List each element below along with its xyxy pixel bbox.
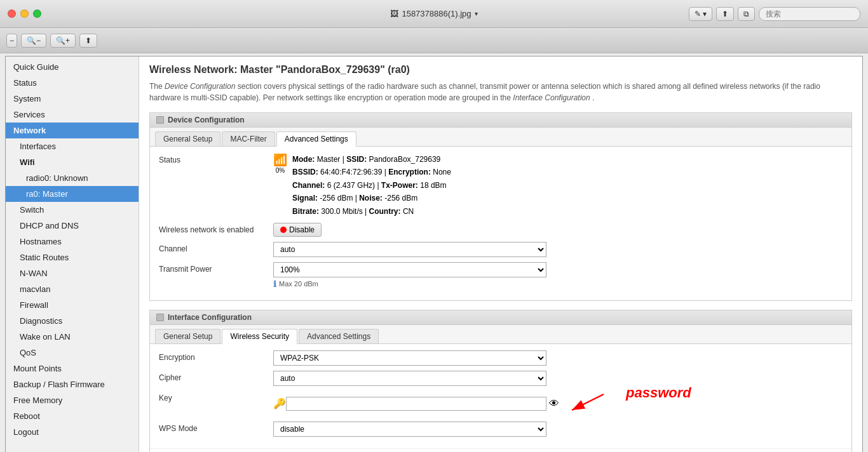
- share-toolbar-button[interactable]: ⬆: [79, 34, 97, 48]
- zoom-out-icon2: 🔍−: [27, 36, 41, 45]
- sidebar-item-free-memory[interactable]: Free Memory: [6, 392, 139, 408]
- sidebar-item-dhcp-dns[interactable]: DHCP and DNS: [6, 218, 139, 234]
- tab-general-setup-iface[interactable]: General Setup: [155, 329, 220, 343]
- tab-general-setup[interactable]: General Setup: [155, 131, 220, 146]
- maximize-button[interactable]: [33, 10, 41, 18]
- transmit-power-label: Transmit Power: [159, 262, 273, 274]
- transmit-power-select[interactable]: 100%: [273, 262, 546, 277]
- wireless-enabled-value: Disable: [273, 223, 843, 237]
- device-config-form: Status 📶 0% Mode: Master | SSID: Pandora…: [150, 147, 851, 300]
- disable-button[interactable]: Disable: [273, 223, 322, 237]
- sidebar-item-radio0[interactable]: radio0: Unknown: [6, 170, 139, 186]
- sidebar-item-static-routes[interactable]: Static Routes: [6, 249, 139, 265]
- footer-buttons: Reset Save Save & Apply: [150, 448, 851, 452]
- desc-text2: section covers physical settings of the …: [149, 82, 820, 102]
- sidebar-item-qos[interactable]: QoS: [6, 345, 139, 361]
- nav-group[interactable]: −: [6, 34, 17, 48]
- zoom-in-icon: 🔍+: [56, 36, 70, 45]
- interface-config-title: Interface Configuration: [150, 310, 851, 325]
- wireless-enabled-label: Wireless network is enabled: [159, 223, 273, 234]
- zoom-in-button[interactable]: 🔍+: [50, 34, 76, 48]
- channel-row: Channel auto: [159, 242, 843, 257]
- sidebar-item-hostnames[interactable]: Hostnames: [6, 234, 139, 249]
- interface-config-form: Encryption WPA2-PSK Cipher auto: [150, 344, 851, 448]
- sidebar-item-macvlan[interactable]: macvlan: [6, 281, 139, 297]
- duplicate-button[interactable]: ⧉: [738, 7, 755, 21]
- svg-line-1: [572, 394, 604, 410]
- cipher-label: Cipher: [159, 371, 273, 382]
- key-input[interactable]: [286, 397, 546, 411]
- encryption-value: WPA2-PSK: [273, 350, 843, 366]
- cipher-select[interactable]: auto: [273, 371, 546, 386]
- main-panel: Wireless Network: Master "PandoraBox_729…: [139, 56, 862, 452]
- wps-label: WPS Mode: [159, 422, 273, 433]
- wps-row: WPS Mode disable: [159, 422, 843, 437]
- arrow-annotation-svg: [566, 391, 616, 416]
- key-icon: 🔑: [273, 397, 286, 409]
- search-input[interactable]: [759, 7, 860, 21]
- close-button[interactable]: [8, 10, 16, 18]
- sidebar-item-network[interactable]: Network: [6, 123, 139, 138]
- channel-select[interactable]: auto: [273, 242, 546, 257]
- sidebar-item-diagnostics[interactable]: Diagnostics: [6, 313, 139, 329]
- sidebar-item-switch[interactable]: Switch: [6, 202, 139, 218]
- zoom-out-icon[interactable]: −: [10, 36, 14, 45]
- red-dot-icon: [280, 227, 287, 233]
- key-label: Key: [159, 391, 273, 402]
- status-details: Mode: Master | SSID: PandoraBox_729639 B…: [292, 153, 451, 218]
- share-button[interactable]: ⬆: [716, 7, 734, 21]
- window-controls[interactable]: [8, 10, 41, 18]
- sidebar-item-mount-points[interactable]: Mount Points: [6, 361, 139, 376]
- tab-advanced-settings-iface[interactable]: Advanced Settings: [299, 329, 379, 343]
- page-title: Wireless Network: Master "PandoraBox_729…: [149, 64, 852, 76]
- eye-icon[interactable]: 👁: [549, 398, 559, 409]
- tab-advanced-settings-device[interactable]: Advanced Settings: [276, 131, 356, 147]
- password-annotation: password: [626, 385, 691, 401]
- chevron-down-icon: ▾: [475, 10, 478, 17]
- zoom-out-button[interactable]: 🔍−: [21, 34, 46, 48]
- tab-mac-filter[interactable]: MAC-Filter: [222, 131, 275, 146]
- sidebar-item-ra0[interactable]: ra0: Master: [6, 186, 139, 202]
- minimize-button[interactable]: [20, 10, 29, 18]
- cipher-value: auto: [273, 371, 843, 386]
- transmit-power-value: 100% ℹ Max 20 dBm: [273, 262, 843, 289]
- sidebar: Quick Guide Status System Services Netwo…: [6, 56, 139, 452]
- encryption-label: Encryption: [159, 350, 273, 362]
- sidebar-item-wifi[interactable]: Wifi: [6, 154, 139, 170]
- sidebar-item-quick-guide[interactable]: Quick Guide: [6, 59, 139, 75]
- sidebar-item-backup-flash[interactable]: Backup / Flash Firmware: [6, 376, 139, 392]
- sidebar-item-system[interactable]: System: [6, 91, 139, 107]
- signal-percent: 0%: [276, 167, 285, 174]
- wireless-enabled-row: Wireless network is enabled Disable: [159, 223, 843, 237]
- cipher-row: Cipher auto: [159, 371, 843, 386]
- key-row: Key 🔑 👁: [159, 391, 843, 416]
- sidebar-item-logout[interactable]: Logout: [6, 424, 139, 440]
- sidebar-item-reboot[interactable]: Reboot: [6, 408, 139, 424]
- interface-config-section: Interface Configuration General Setup Wi…: [149, 310, 852, 452]
- tab-wireless-security[interactable]: Wireless Security: [222, 329, 297, 344]
- encryption-select[interactable]: WPA2-PSK: [273, 350, 546, 366]
- edit-button[interactable]: ✎ ▾: [689, 7, 712, 21]
- sidebar-item-firewall[interactable]: Firewall: [6, 297, 139, 313]
- interface-config-tabs: General Setup Wireless Security Advanced…: [150, 325, 851, 344]
- desc-italic2: Interface Configuration: [513, 93, 590, 102]
- desc-text3: .: [592, 93, 594, 102]
- title-icon: 🖼: [390, 9, 398, 18]
- status-row: Status 📶 0% Mode: Master | SSID: Pandora…: [159, 153, 843, 218]
- sidebar-item-status[interactable]: Status: [6, 75, 139, 91]
- page-description: The Device Configuration section covers …: [149, 81, 852, 103]
- encryption-row: Encryption WPA2-PSK: [159, 350, 843, 366]
- titlebar: 🖼 1587378886(1).jpg ▾ ✎ ▾ ⬆ ⧉: [0, 0, 868, 28]
- sidebar-item-services[interactable]: Services: [6, 107, 139, 123]
- channel-label: Channel: [159, 242, 273, 253]
- desc-italic1: Device Configuration: [165, 82, 235, 91]
- status-label: Status: [159, 153, 273, 164]
- sidebar-item-interfaces[interactable]: Interfaces: [6, 138, 139, 154]
- transmit-power-row: Transmit Power 100% ℹ Max 20 dBm: [159, 262, 843, 289]
- sidebar-item-wake-on-lan[interactable]: Wake on LAN: [6, 329, 139, 345]
- sidebar-item-nwan[interactable]: N-WAN: [6, 265, 139, 281]
- max-dbm-text: ℹ Max 20 dBm: [273, 279, 843, 289]
- device-config-section: Device Configuration General Setup MAC-F…: [149, 112, 852, 301]
- wps-select[interactable]: disable: [273, 422, 546, 437]
- info-icon: ℹ: [273, 279, 276, 289]
